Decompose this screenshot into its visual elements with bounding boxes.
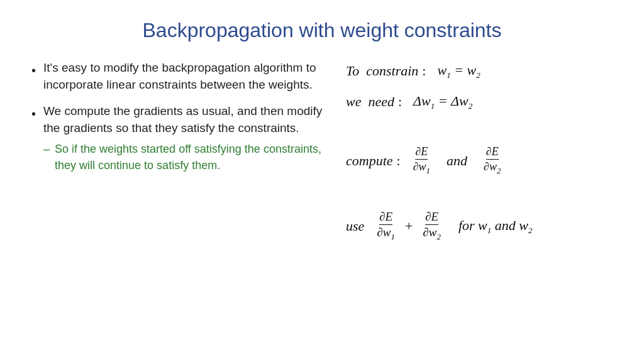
sub-bullet: – So if the weights started off satisfyi… [43, 141, 333, 173]
use-frac2-den: ∂w2 [423, 225, 441, 241]
frac1-den: ∂w1 [413, 160, 430, 175]
need-label: we need [346, 91, 394, 112]
use-frac2-num: ∂E [425, 210, 438, 226]
compute-block: compute : ∂E ∂w1 and ∂E ∂w2 [346, 145, 613, 185]
use-plus: + [405, 216, 413, 236]
compute-frac1: ∂E ∂w1 [413, 145, 430, 176]
sub-dash: – [43, 141, 50, 157]
frac2-num: ∂E [486, 145, 499, 160]
need-row: we need : Δw1 = Δw2 [346, 90, 613, 112]
use-block: use ∂E ∂w1 + ∂E ∂w2 for w1 and w2 [346, 210, 613, 251]
frac2-den: ∂w2 [484, 160, 501, 175]
list-item: • We compute the gradients as usual, and… [31, 103, 333, 173]
constrain-label: To constrain [346, 60, 418, 81]
list-item: • It's easy to modify the backpropagatio… [31, 60, 333, 93]
slide-title: Backpropagation with weight constraints [31, 19, 613, 42]
left-panel: • It's easy to modify the backpropagatio… [31, 60, 333, 343]
use-frac1: ∂E ∂w1 [377, 210, 395, 242]
compute-label: compute [346, 150, 393, 171]
sub-bullet-text: So if the weights started off satisfying… [55, 141, 333, 173]
compute-colon: : [397, 150, 401, 171]
content-area: • It's easy to modify the backpropagatio… [31, 60, 613, 343]
right-panel: To constrain : w1 = w2 we need : Δw1 = Δ… [346, 60, 613, 343]
compute-frac2: ∂E ∂w2 [484, 145, 501, 176]
use-suffix: for w1 and w2 [458, 215, 533, 237]
constrain-block: To constrain : w1 = w2 we need : Δw1 = Δ… [346, 60, 613, 121]
use-frac1-den: ∂w1 [377, 225, 395, 241]
bullet-list: • It's easy to modify the backpropagatio… [31, 60, 333, 184]
constrain-row: To constrain : w1 = w2 [346, 60, 613, 82]
use-frac1-num: ∂E [379, 210, 392, 226]
use-label: use [346, 216, 364, 236]
compute-row: compute : ∂E ∂w1 and ∂E ∂w2 [346, 145, 613, 176]
use-frac2: ∂E ∂w2 [423, 210, 441, 242]
compute-and: and [447, 150, 467, 171]
constrain-colon: : [422, 60, 426, 81]
frac1-num: ∂E [415, 145, 428, 160]
bullet-dot: • [31, 62, 36, 79]
bullet-text-1: It's easy to modify the backpropagation … [43, 60, 333, 93]
use-row: use ∂E ∂w1 + ∂E ∂w2 for w1 and w2 [346, 210, 613, 242]
slide: Backpropagation with weight constraints … [0, 0, 644, 362]
bullet-dot: • [31, 105, 36, 123]
constrain-expr: w1 = w2 [437, 60, 480, 82]
need-expr: Δw1 = Δw2 [413, 90, 472, 112]
need-colon: : [398, 91, 402, 112]
bullet-text-2: We compute the gradients as usual, and t… [43, 103, 333, 173]
